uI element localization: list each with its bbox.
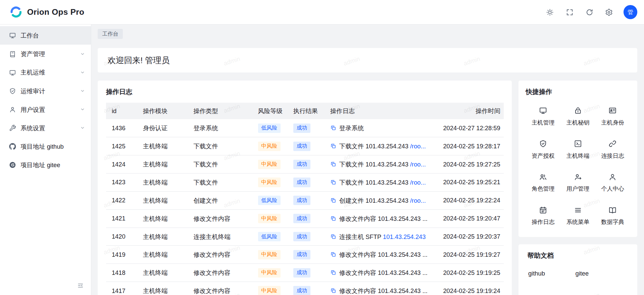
quick-action-operation-log[interactable]: 操作日志 <box>526 201 561 232</box>
settings-button[interactable] <box>602 5 616 19</box>
table-row: 1418 主机终端 修改文件内容 中风险 成功 修改文件内容 101.43.25… <box>106 264 504 282</box>
cell-type: 修改文件内容 <box>188 282 252 295</box>
copy-icon[interactable] <box>330 125 336 131</box>
welcome-card: 欢迎回来! 管理员 <box>98 48 637 72</box>
idcard-icon <box>608 106 616 114</box>
monitor-icon <box>9 32 16 39</box>
sidebar-item-gitee[interactable]: 项目地址 gitee <box>0 156 91 174</box>
help-links: githubgitee <box>527 270 628 277</box>
quick-action-label: 个人中心 <box>601 185 624 193</box>
sidebar-item-label: 资产管理 <box>20 50 75 58</box>
cell-module: 身份认证 <box>137 119 188 137</box>
log-link[interactable]: 101.43.254.243 <box>383 233 426 240</box>
link-icon <box>608 140 616 148</box>
cell-time: 2024-02-25 19:27:25 <box>431 155 503 174</box>
help-link-github[interactable]: github <box>528 270 545 277</box>
fullscreen-button[interactable] <box>563 5 577 19</box>
log-text: 修改文件内容 101.43.254.243 ... <box>339 215 428 222</box>
cell-id: 1424 <box>106 155 137 174</box>
cell-type: 修改文件内容 <box>188 264 252 282</box>
help-link-gitee[interactable]: gitee <box>575 270 589 277</box>
sidebar-item-user-settings[interactable]: 用户设置 <box>0 100 91 119</box>
welcome-message: 欢迎回来! 管理员 <box>108 55 628 66</box>
result-badge: 成功 <box>293 268 310 278</box>
cell-time: 2024-02-25 19:20:47 <box>431 209 503 228</box>
copy-icon[interactable] <box>330 197 336 203</box>
quick-action-host-keys[interactable]: 主机秘钥 <box>560 101 595 132</box>
shield-icon <box>539 140 547 148</box>
sidebar: 工作台 资产管理 主机运维 运维审计 用户设置 系统设置 项目地址 github… <box>0 24 91 295</box>
header-actions: 管 <box>543 5 637 19</box>
sidebar-item-asset-manage[interactable]: 资产管理 <box>0 45 91 63</box>
breadcrumb-workbench[interactable]: 工作台 <box>98 29 123 39</box>
copy-icon[interactable] <box>330 143 336 149</box>
quick-action-label: 主机身份 <box>601 119 624 127</box>
log-link[interactable]: /roo... <box>410 143 426 150</box>
table-row: 1417 主机终端 修改文件内容 中风险 成功 修改文件内容 101.43.25… <box>106 282 504 295</box>
sidebar-item-github[interactable]: 项目地址 github <box>0 137 91 156</box>
cell-module: 主机终端 <box>137 264 188 282</box>
useradd-icon <box>574 173 582 181</box>
quick-action-label: 操作日志 <box>532 218 555 226</box>
book-icon <box>9 51 16 58</box>
sidebar-item-label: 项目地址 gitee <box>20 161 75 169</box>
quick-action-profile[interactable]: 个人中心 <box>595 167 630 198</box>
user-icon <box>9 106 16 113</box>
sidebar-item-workbench[interactable]: 工作台 <box>0 26 91 45</box>
copy-icon[interactable] <box>330 288 336 294</box>
brand: Orion Ops Pro <box>9 5 84 19</box>
copy-icon[interactable] <box>330 234 336 240</box>
copy-icon[interactable] <box>330 269 336 276</box>
quick-action-connect-log[interactable]: 连接日志 <box>595 134 630 165</box>
result-badge: 成功 <box>293 142 310 151</box>
quick-action-label: 连接日志 <box>601 152 624 160</box>
log-link[interactable]: /roo... <box>410 179 426 186</box>
menu-fold-icon <box>77 282 84 289</box>
sidebar-item-host-ops[interactable]: 主机运维 <box>0 63 91 82</box>
avatar[interactable]: 管 <box>624 5 638 19</box>
cell-type: 创建文件 <box>188 191 252 209</box>
cell-module: 主机终端 <box>137 209 188 228</box>
sidebar-item-label: 用户设置 <box>20 105 75 114</box>
help-docs-card: 帮助文档 githubgitee <box>518 244 638 295</box>
log-link[interactable]: /roo... <box>410 161 426 168</box>
quick-action-user-manage[interactable]: 用户管理 <box>560 167 595 198</box>
quick-action-asset-grant[interactable]: 资产授权 <box>526 134 561 165</box>
result-badge: 成功 <box>293 124 310 133</box>
copy-icon[interactable] <box>330 161 336 167</box>
sidebar-item-system-settings[interactable]: 系统设置 <box>0 119 91 137</box>
quick-action-host-manage[interactable]: 主机管理 <box>526 101 561 132</box>
result-badge: 成功 <box>293 214 310 223</box>
quick-action-host-identity[interactable]: 主机身份 <box>595 101 630 132</box>
col-type: 操作类型 <box>188 103 252 119</box>
cell-type: 下载文件 <box>188 137 252 155</box>
quick-action-role-manage[interactable]: 角色管理 <box>526 167 561 198</box>
lock-icon <box>574 106 582 114</box>
main-content: adminadminadminadminadminadminadminadmin… <box>91 24 644 295</box>
theme-button[interactable] <box>543 5 557 19</box>
copy-icon[interactable] <box>330 251 336 257</box>
quick-action-label: 主机终端 <box>566 152 590 160</box>
log-link[interactable]: /roo... <box>410 197 426 204</box>
copy-icon[interactable] <box>330 179 336 185</box>
gitee-icon <box>9 161 16 168</box>
log-text: 连接主机 SFTP <box>339 233 383 240</box>
app-logo-icon <box>9 5 23 19</box>
copy-icon[interactable] <box>330 215 336 222</box>
sidebar-item-label: 工作台 <box>20 31 75 40</box>
sidebar-item-label: 主机运维 <box>20 68 75 77</box>
cell-id: 1425 <box>106 137 137 155</box>
app-header: Orion Ops Pro 管 <box>0 0 644 24</box>
help-docs-title: 帮助文档 <box>527 251 628 260</box>
sidebar-collapse-button[interactable] <box>76 281 85 290</box>
cell-module: 主机终端 <box>137 191 188 209</box>
result-badge: 成功 <box>293 232 310 241</box>
sidebar-item-ops-audit[interactable]: 运维审计 <box>0 82 91 100</box>
quick-action-system-menu[interactable]: 系统菜单 <box>560 201 595 232</box>
quick-action-label: 系统菜单 <box>566 218 590 226</box>
refresh-button[interactable] <box>583 5 597 19</box>
quick-action-data-dict[interactable]: 数据字典 <box>595 201 630 232</box>
sun-icon <box>546 8 554 16</box>
cell-time: 2024-02-25 19:22:24 <box>431 191 503 209</box>
quick-action-host-terminal[interactable]: 主机终端 <box>560 134 595 165</box>
